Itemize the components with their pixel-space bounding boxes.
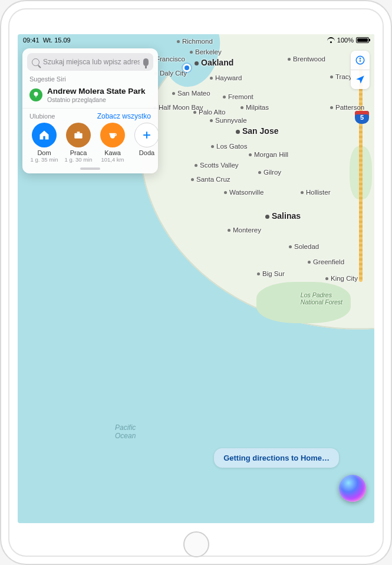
city-gilroy: Gilroy <box>258 169 281 176</box>
nf-l1: Los Padres <box>301 291 332 298</box>
status-bar: 09:41 Wt. 15.09 100% <box>18 34 374 45</box>
city-brentwood: Brentwood <box>288 55 325 63</box>
favorite-work[interactable]: Praca 1 g. 30 min <box>62 123 94 163</box>
city-hayward: Hayward <box>210 74 242 81</box>
city-watsonville: Watsonville <box>224 189 263 196</box>
status-time: 09:41 <box>23 37 39 44</box>
location-arrow-icon <box>355 74 365 85</box>
city-monterey: Monterey <box>228 226 261 234</box>
city-berkeley: Berkeley <box>190 48 222 55</box>
favorite-coffee[interactable]: Kawa 101,4 km <box>97 123 129 163</box>
plus-icon <box>134 123 158 147</box>
siri-suggestions-label: Sugestie Siri <box>22 74 158 85</box>
suggestion-text: Andrew Molera State Park Ostatnio przegl… <box>47 87 146 103</box>
card-grabber[interactable] <box>80 167 100 170</box>
favorite-add[interactable]: Doda <box>131 123 158 163</box>
ipad-device-frame: 5 Pacific Ocean Los Padres National Fore… <box>0 0 392 565</box>
siri-orb-button[interactable] <box>339 475 366 502</box>
city-hollister: Hollister <box>301 189 331 196</box>
status-left: 09:41 Wt. 15.09 <box>23 37 71 44</box>
favorite-name: Dom <box>28 149 60 156</box>
city-santacruz: Santa Cruz <box>191 176 230 183</box>
briefcase-icon <box>66 123 91 147</box>
ocean-label: Pacific Ocean <box>115 423 136 441</box>
wifi-icon <box>327 37 335 43</box>
siri-response-bubble: Getting directions to Home… <box>214 448 339 468</box>
status-right: 100% <box>327 37 369 44</box>
ocean-label-line2: Ocean <box>115 432 136 440</box>
favorite-sub: 1 g. 35 min <box>28 156 60 163</box>
info-button[interactable] <box>351 51 370 70</box>
city-tracy: Tracy <box>330 73 352 80</box>
user-location-dot <box>183 64 191 72</box>
search-card: Sugestie Siri Andrew Molera State Park O… <box>22 48 158 173</box>
city-bigsur: Big Sur <box>257 270 285 277</box>
ocean-label-line1: Pacific <box>115 423 136 432</box>
map-controls <box>351 51 370 89</box>
city-scottsvalley: Scotts Valley <box>195 162 239 169</box>
city-losgatos: Los Gatos <box>211 143 247 150</box>
svg-point-2 <box>360 58 360 58</box>
city-morganhill: Morgan Hill <box>249 151 288 158</box>
battery-icon <box>356 37 369 43</box>
city-milpitas: Milpitas <box>241 104 269 111</box>
battery-percent: 100% <box>337 37 354 44</box>
coffee-icon <box>100 123 125 147</box>
favorite-name: Praca <box>62 149 94 156</box>
nf-l2: National Forest <box>301 298 342 306</box>
city-patterson: Patterson <box>330 104 364 111</box>
tree-icon <box>29 88 42 101</box>
interstate-5-road <box>359 58 363 282</box>
city-kingcity: King City <box>325 275 358 282</box>
favorites-header: Ulubione Zobacz wszystko <box>22 109 158 123</box>
city-salinas: Salinas <box>265 211 301 221</box>
city-sanjose: San Jose <box>236 126 278 136</box>
locate-button[interactable] <box>351 70 370 89</box>
svg-rect-6 <box>77 132 80 133</box>
national-forest-label: Los Padres National Forest <box>301 291 342 306</box>
svg-rect-4 <box>35 95 36 97</box>
search-icon <box>32 58 39 66</box>
city-greenfield: Greenfield <box>308 258 344 265</box>
suggestion-title: Andrew Molera State Park <box>47 87 146 96</box>
city-fremont: Fremont <box>223 93 253 100</box>
city-sf: Francisco <box>156 55 185 63</box>
city-dalycity: Daly City <box>154 70 187 77</box>
city-paloalto: Palo Alto <box>193 109 225 116</box>
favorite-name: Kawa <box>97 149 129 156</box>
favorites-see-all-link[interactable]: Zobacz wszystko <box>97 112 151 120</box>
favorite-sub: 101,4 km <box>97 156 129 163</box>
favorite-name: Doda <box>131 149 158 156</box>
home-button[interactable] <box>183 531 209 557</box>
favorites-label: Ulubione <box>29 113 55 120</box>
favorite-home[interactable]: Dom 1 g. 35 min <box>28 123 60 163</box>
favorite-sub: 1 g. 30 min <box>62 156 94 163</box>
screen: 5 Pacific Ocean Los Padres National Fore… <box>18 34 374 523</box>
search-input[interactable] <box>43 58 140 66</box>
siri-suggestion-item[interactable]: Andrew Molera State Park Ostatnio przegl… <box>22 85 158 109</box>
home-icon <box>32 123 57 147</box>
favorites-row: Dom 1 g. 35 min Praca 1 g. 30 min Kawa 1… <box>22 123 158 164</box>
status-date: Wt. 15.09 <box>43 37 71 44</box>
interstate-5-shield: 5 <box>355 111 369 124</box>
info-icon <box>355 55 365 65</box>
dictate-icon[interactable] <box>143 58 149 66</box>
city-sunnyvale: Sunnyvale <box>210 117 247 124</box>
city-soledad: Soledad <box>289 243 319 250</box>
city-oakland: Oakland <box>195 58 233 67</box>
svg-rect-5 <box>74 133 82 138</box>
search-field[interactable] <box>27 53 153 71</box>
suggestion-subtitle: Ostatnio przeglądane <box>47 96 146 103</box>
city-sanmateo: San Mateo <box>172 90 210 97</box>
